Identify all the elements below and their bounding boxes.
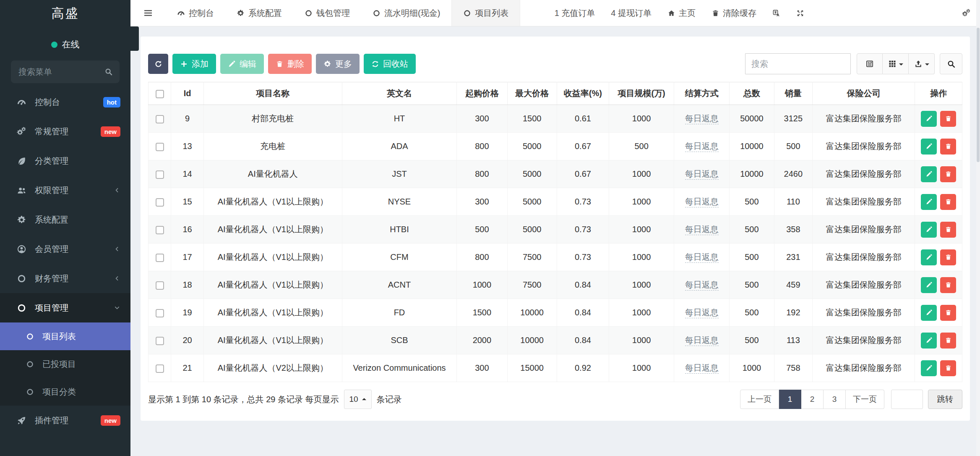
sidebar-subitem-project-list[interactable]: 项目列表	[0, 322, 130, 350]
row-delete-button[interactable]	[940, 111, 956, 127]
table-row[interactable]: 15AI量化机器人（V1以上限购）NYSE30050000.731000每日返息…	[149, 188, 962, 216]
row-delete-button[interactable]	[940, 360, 956, 376]
page-button-1[interactable]: 1	[779, 390, 801, 409]
settle-value[interactable]: 每日返息	[685, 363, 719, 374]
tab-project-list[interactable]: 项目列表	[451, 0, 520, 26]
row-checkbox[interactable]	[156, 226, 164, 234]
row-edit-button[interactable]	[921, 305, 937, 321]
table-row[interactable]: 9村部充电桩HT30015000.611000每日返息500003125富达集团…	[149, 105, 962, 133]
row-edit-button[interactable]	[921, 111, 937, 127]
delete-button[interactable]: 删除	[268, 54, 312, 74]
hamburger-menu-icon[interactable]	[130, 0, 166, 26]
row-edit-button[interactable]	[921, 139, 937, 155]
sidebar-item-member[interactable]: 会员管理	[0, 234, 130, 264]
row-checkbox[interactable]	[156, 198, 164, 207]
topbar-item-withdraw-orders[interactable]: 4 提现订单	[603, 0, 659, 26]
settle-value[interactable]: 每日返息	[685, 280, 719, 291]
detail-view-button[interactable]	[857, 53, 883, 74]
prev-page-button[interactable]: 上一页	[740, 390, 779, 409]
row-edit-button[interactable]	[921, 249, 937, 265]
tab-cash-flow[interactable]: 流水明细(现金)	[361, 0, 451, 26]
row-edit-button[interactable]	[921, 222, 937, 238]
table-row[interactable]: 13充电桩ADA80050000.67500每日返息10000500富达集团保险…	[149, 133, 962, 160]
row-delete-button[interactable]	[940, 305, 956, 321]
row-checkbox[interactable]	[156, 309, 164, 317]
settle-value[interactable]: 每日返息	[685, 197, 719, 207]
row-checkbox[interactable]	[156, 281, 164, 290]
table-row[interactable]: 21AI量化机器人（V2以上限购）Verizon Communications3…	[149, 354, 962, 382]
tab-console[interactable]: 控制台	[166, 0, 225, 26]
row-edit-button[interactable]	[921, 360, 937, 376]
settle-value[interactable]: 每日返息	[685, 169, 719, 180]
table-row[interactable]: 19AI量化机器人（V1以上限购）FD1500100000.841000每日返息…	[149, 299, 962, 327]
recycle-bin-button[interactable]: 回收站	[364, 54, 416, 74]
scrollbar[interactable]	[976, 0, 980, 456]
next-page-button[interactable]: 下一页	[846, 390, 884, 409]
page-button-2[interactable]: 2	[801, 390, 824, 409]
edit-button[interactable]: 编辑	[220, 54, 264, 74]
row-checkbox[interactable]	[156, 337, 164, 345]
sidebar-item-system-config[interactable]: 系统配置	[0, 205, 130, 234]
more-button[interactable]: 更多	[316, 54, 360, 74]
page-jump-input[interactable]	[891, 390, 923, 409]
topbar-item-homepage[interactable]: 主页	[659, 0, 704, 26]
table-row[interactable]: 20AI量化机器人（V1以上限购）SCB2000100000.841000每日返…	[149, 327, 962, 354]
row-edit-button[interactable]	[921, 166, 937, 182]
sidebar-item-permission[interactable]: 权限管理	[0, 176, 130, 205]
sidebar-item-finance[interactable]: 财务管理	[0, 264, 130, 293]
settle-value[interactable]: 每日返息	[685, 114, 719, 124]
settle-value[interactable]: 每日返息	[685, 225, 719, 235]
table-row[interactable]: 18AI量化机器人（V1以上限购）ACNT100075000.841000每日返…	[149, 271, 962, 299]
scrollbar-thumb[interactable]	[977, 28, 980, 162]
columns-button[interactable]	[883, 53, 909, 74]
row-edit-button[interactable]	[921, 333, 937, 349]
row-delete-button[interactable]	[940, 166, 956, 182]
tab-system-config[interactable]: 系统配置	[225, 0, 293, 26]
tab-wallet[interactable]: 钱包管理	[293, 0, 361, 26]
topbar-item-recharge-orders[interactable]: 1 充值订单	[547, 0, 603, 26]
topbar-item-clear-cache[interactable]: 清除缓存	[704, 0, 764, 26]
cell-settle: 每日返息	[674, 299, 730, 327]
topbar-item-fullscreen[interactable]	[788, 0, 812, 26]
refresh-button[interactable]	[148, 54, 168, 74]
row-delete-button[interactable]	[940, 277, 956, 293]
settings-cogs-icon[interactable]	[962, 0, 971, 26]
row-edit-button[interactable]	[921, 277, 937, 293]
sidebar-subitem-invested-projects[interactable]: 已投项目	[0, 350, 130, 378]
topbar-item-translate[interactable]	[764, 0, 788, 26]
select-all-checkbox[interactable]	[156, 90, 164, 98]
row-edit-button[interactable]	[921, 194, 937, 210]
row-delete-button[interactable]	[940, 249, 956, 265]
page-button-3[interactable]: 3	[824, 390, 846, 409]
sidebar-item-plugin[interactable]: 插件管理new	[0, 406, 130, 435]
row-delete-button[interactable]	[940, 139, 956, 155]
page-jump-button[interactable]: 跳转	[928, 390, 962, 409]
row-delete-button[interactable]	[940, 222, 956, 238]
export-button[interactable]	[909, 53, 935, 74]
table-search-input[interactable]	[745, 53, 851, 74]
row-checkbox[interactable]	[156, 143, 164, 151]
settle-value[interactable]: 每日返息	[685, 142, 719, 152]
row-delete-button[interactable]	[940, 333, 956, 349]
search-button[interactable]	[940, 53, 962, 74]
sidebar-item-project[interactable]: 项目管理	[0, 293, 130, 322]
row-checkbox[interactable]	[156, 364, 164, 373]
row-delete-button[interactable]	[940, 194, 956, 210]
table-row[interactable]: 14AI量化机器人JST80050000.671000每日返息100002460…	[149, 160, 962, 188]
sidebar-subitem-project-category[interactable]: 项目分类	[0, 378, 130, 406]
row-checkbox[interactable]	[156, 115, 164, 123]
table-row[interactable]: 17AI量化机器人（V1以上限购）CFM80075000.731000每日返息5…	[149, 244, 962, 271]
sidebar-item-general[interactable]: 常规管理new	[0, 117, 130, 146]
settle-value[interactable]: 每日返息	[685, 335, 719, 346]
row-checkbox[interactable]	[156, 254, 164, 262]
table-row[interactable]: 16AI量化机器人（V1以上限购）HTBI50050000.731000每日返息…	[149, 216, 962, 244]
settle-value[interactable]: 每日返息	[685, 308, 719, 318]
sidebar-item-console[interactable]: 控制台hot	[0, 87, 130, 117]
sidebar-item-category[interactable]: 分类管理	[0, 146, 130, 176]
page-size-dropdown[interactable]: 10	[344, 390, 372, 409]
add-button[interactable]: 添加	[172, 54, 216, 74]
row-select-cell	[149, 327, 171, 354]
settle-value[interactable]: 每日返息	[685, 252, 719, 263]
row-checkbox[interactable]	[156, 170, 164, 179]
sidebar-search-input[interactable]	[11, 60, 120, 83]
